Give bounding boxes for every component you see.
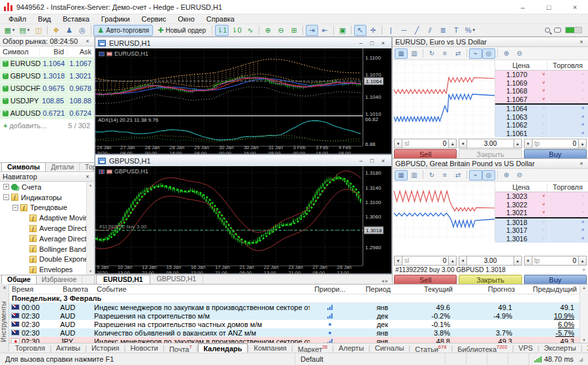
bid-price-row[interactable]: 1.3018˅˄: [495, 218, 588, 227]
navigator-item[interactable]: −fТрендовые: [0, 203, 86, 213]
market-watch-row[interactable]: USDCHF0.96750.9678: [0, 82, 94, 95]
bottom-tab-Активы[interactable]: Активы: [52, 343, 85, 353]
orders-button[interactable]: ≡: [438, 48, 451, 59]
close-button[interactable]: Закрыть: [459, 275, 521, 285]
sell-chevron-icon[interactable]: ˅: [538, 201, 549, 209]
crosshair-button[interactable]: ✛: [367, 25, 380, 36]
bid-price-row[interactable]: 1.3016˅˄: [495, 235, 588, 243]
broadcast-button[interactable]: ◎: [76, 25, 88, 36]
eurusd-chart-canvas[interactable]: EURUSD,H1 ADX(14) 20.21 11.38 9.76 1.110…: [95, 48, 391, 154]
buy-button[interactable]: Buy: [524, 149, 587, 159]
new-chart-button[interactable]: ▦▾: [3, 25, 17, 36]
menu-Окно[interactable]: Окно: [172, 14, 201, 24]
close-button[interactable]: Закрыть: [459, 149, 521, 159]
buy-chevron-icon[interactable]: ˄: [578, 192, 588, 200]
tick-chart-mode-button[interactable]: ▦: [395, 48, 408, 59]
sell-chevron-icon[interactable]: ˅: [538, 235, 549, 243]
deposit-button[interactable]: ❖: [50, 25, 62, 36]
ping-value[interactable]: 48.70 ms: [544, 355, 574, 363]
chart-maximize-button[interactable]: □: [367, 156, 378, 166]
navigator-item[interactable]: fAverage Directional: [0, 223, 86, 234]
profiles-button[interactable]: ▤▾: [17, 25, 31, 36]
eurusd-chart-titlebar[interactable]: EURUSD,H1 – □ ×: [95, 37, 391, 48]
dom-eurusd-close-icon[interactable]: ×: [578, 39, 585, 45]
calendar-scrollbar[interactable]: ▲▼: [580, 285, 588, 343]
one-click-trading-button[interactable]: ⌁: [469, 170, 482, 181]
menu-Вставка[interactable]: Вставка: [57, 14, 95, 24]
bid-price-row[interactable]: 1.1063˅˄: [495, 113, 588, 122]
bid-price-row[interactable]: 1.1061˅˄: [495, 130, 588, 138]
chart-tab-EURUSD,H1[interactable]: EURUSD,H1: [96, 275, 150, 284]
tree-expander-icon[interactable]: −: [3, 194, 9, 200]
history-center-button[interactable]: ◫: [32, 25, 44, 36]
sl-stepper[interactable]: ▼ sl0 ▲: [394, 256, 457, 266]
close-button[interactable]: ×: [562, 0, 588, 14]
tab-Общие[interactable]: Общие: [1, 275, 37, 284]
bottom-tab-Эксперты[interactable]: Эксперты: [539, 343, 580, 353]
navigator-item[interactable]: fAdaptive Moving Av: [0, 213, 86, 223]
sell-chevron-icon[interactable]: ˅: [538, 79, 549, 87]
eurusd-tick-chart[interactable]: [393, 60, 495, 136]
zoom-out-button[interactable]: ⊖: [275, 25, 287, 36]
zoom-in-button[interactable]: ⊕: [500, 48, 513, 59]
shapes-button[interactable]: %▾: [463, 25, 477, 36]
bars-chart-button[interactable]: ⇂1: [215, 25, 229, 36]
templates-button[interactable]: ▣: [336, 25, 349, 36]
market-watch-row[interactable]: GBPUSD1.30181.3021: [0, 70, 94, 82]
volume-stepper[interactable]: ▼ 3.00 ▲: [459, 256, 521, 266]
market-watch-row[interactable]: USDJPY108.85108.88: [0, 95, 94, 107]
tab-Избранное[interactable]: Избранное: [37, 275, 82, 284]
chart-tab-GBPUSD,H1[interactable]: GBPUSD,H1: [150, 275, 204, 284]
fibonacci-button[interactable]: ≣: [437, 25, 449, 36]
calendar-event-row[interactable]: 02:30JPYИндекс менеджеров по закупкам в …: [9, 337, 580, 343]
status-profile[interactable]: Default: [295, 353, 446, 365]
navigator-item[interactable]: −fИндикаторы: [0, 192, 86, 203]
buy-chevron-icon[interactable]: ˄: [578, 201, 588, 209]
chart-minimize-button[interactable]: –: [355, 156, 367, 166]
open-position-row[interactable]: #11392292 buy 3.00 GBPUSD 1.3018 ˅: [395, 266, 585, 274]
community-button[interactable]: ♟: [63, 25, 75, 36]
auto-scroll-button[interactable]: ⇤: [319, 25, 331, 36]
navigator-close-icon[interactable]: ×: [84, 173, 91, 180]
menu-Справка[interactable]: Справка: [201, 14, 240, 24]
auto-trading-button[interactable]: ♟Авто-торговля: [93, 25, 153, 36]
buy-chevron-icon[interactable]: ˄: [578, 121, 588, 129]
chart-tab-scroll-icons[interactable]: ◂ ▸: [382, 278, 392, 284]
market-watch-add-row[interactable]: + добавить... 5 / 302: [0, 120, 94, 131]
navigator-scrollbar[interactable]: ▲▼: [86, 182, 94, 275]
gbpusd-chart-canvas[interactable]: GBPUSD,H1 #11392292 buy 3.00 1.31801.314…: [95, 166, 391, 273]
buy-chevron-icon[interactable]: ˄: [578, 226, 588, 234]
tree-expander-icon[interactable]: +: [3, 184, 9, 190]
navigator-item[interactable]: fBollinger Bands: [0, 244, 86, 254]
buy-chevron-icon[interactable]: ˄: [578, 235, 588, 243]
market-watch-row[interactable]: AUDUSD0.67210.6724: [0, 107, 94, 120]
chart-close-button[interactable]: ×: [378, 38, 389, 48]
buy-chevron-icon[interactable]: ˄: [578, 71, 588, 78]
bottom-tab-Статьи[interactable]: Статьи678: [410, 343, 451, 354]
ask-price-row[interactable]: 1.1070˅˄: [495, 71, 588, 79]
tab-Символы[interactable]: Символы: [1, 162, 46, 171]
chat-icon[interactable]: [554, 27, 561, 33]
chart-maximize-button[interactable]: □: [367, 38, 378, 48]
toolbox-vertical-tab[interactable]: Инструменты: [0, 293, 9, 351]
sell-chevron-icon[interactable]: ˅: [538, 192, 549, 200]
zoom-out-button[interactable]: ⊖: [513, 170, 526, 181]
tp-stepper[interactable]: ▼ tp0 ▲: [524, 256, 587, 266]
buy-button[interactable]: Buy: [524, 275, 587, 285]
bottom-tab-Торговля[interactable]: Торговля: [10, 343, 50, 353]
search-icon[interactable]: [545, 27, 550, 33]
zoom-in-button[interactable]: ⊕: [262, 25, 274, 36]
sell-chevron-icon[interactable]: ˅: [538, 121, 549, 129]
transfer-button[interactable]: ⇄: [451, 170, 465, 181]
toolbox-close-icon[interactable]: ×: [1, 285, 8, 291]
zoom-in-button[interactable]: ⊕: [500, 170, 513, 181]
calendar-event-row[interactable]: 02:30AUDРазрешения на строительство м/мд…: [9, 311, 580, 320]
transfer-button[interactable]: ⇄: [451, 48, 465, 59]
ask-price-row[interactable]: 1.3023˅˄: [495, 192, 588, 201]
bottom-tab-Календарь[interactable]: Календарь: [198, 343, 247, 353]
buy-chevron-icon[interactable]: ˄: [578, 87, 588, 95]
market-watch-close-icon[interactable]: ×: [84, 38, 91, 44]
buy-chevron-icon[interactable]: ˄: [578, 130, 588, 137]
sell-chevron-icon[interactable]: ˅: [538, 105, 549, 113]
bottom-tab-Компания[interactable]: Компания: [249, 343, 291, 353]
